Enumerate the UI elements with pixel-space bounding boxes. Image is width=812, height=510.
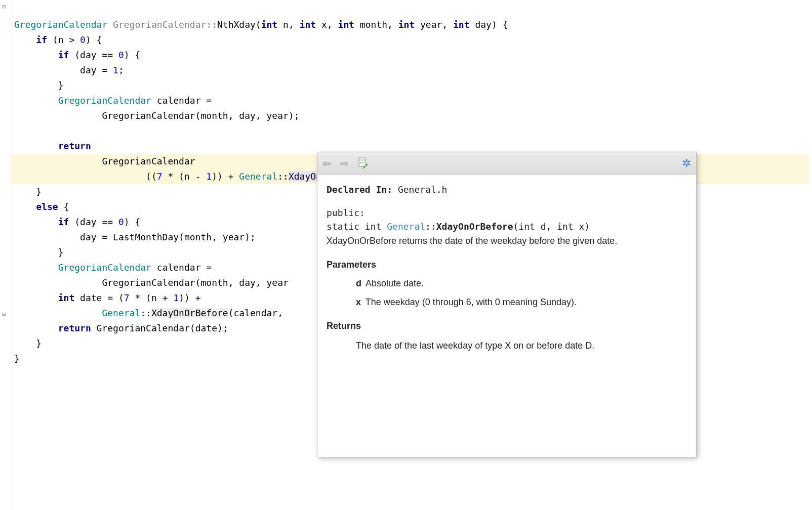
code-token: GregorianCalendar: [14, 156, 195, 166]
code-token: GregorianCalendar: [58, 95, 151, 106]
code-token: )) +: [179, 292, 200, 303]
method-name: XdayOnOrBefore: [436, 221, 513, 232]
quick-doc-toolbar: ⇦ ⇨ ✲: [317, 152, 696, 175]
code-token: int: [338, 19, 354, 30]
returns-heading: Returns: [327, 319, 687, 333]
code-token: ::: [277, 171, 289, 182]
back-icon[interactable]: ⇦: [322, 157, 331, 169]
code-token: * (n +: [130, 292, 174, 303]
declared-in-label: Declared In:: [327, 184, 392, 195]
code-token: 0: [118, 217, 124, 227]
return-type: static int: [327, 221, 387, 232]
param-desc: Absolute date.: [363, 278, 424, 288]
code-token: if: [58, 217, 69, 227]
code-token: * (n -: [163, 171, 207, 182]
code-token: }: [14, 247, 64, 258]
quick-doc-body: Declared In: General.h public: static in…: [317, 175, 696, 361]
param-desc: The weekday (0 through 6, with 0 meaning…: [363, 297, 577, 307]
param-row: d Absolute date.: [356, 277, 687, 290]
code-token: 0: [80, 34, 86, 45]
code-token: GregorianCalendar: [58, 262, 151, 273]
code-token: General: [239, 171, 277, 182]
code-token: 1: [206, 171, 212, 182]
code-token: ;: [118, 65, 124, 75]
code-token: year,: [415, 19, 453, 30]
code-token: ((: [14, 171, 157, 182]
code-token: int: [58, 292, 75, 303]
code-token: int: [300, 19, 316, 30]
code-token: return: [58, 141, 91, 151]
description: XdayOnOrBefore returns the date of the w…: [327, 234, 687, 248]
code-token: date = (: [74, 292, 124, 303]
code-token: 0: [118, 50, 124, 60]
fold-open-icon[interactable]: ⊟: [2, 3, 8, 9]
returns-desc: The date of the last weekday of type X o…: [356, 339, 687, 353]
sig-params: (int d, int x): [513, 221, 590, 232]
code-token: day =: [14, 65, 113, 75]
code-token: GregorianCalendar: [14, 19, 107, 30]
code-token: x,: [316, 19, 338, 30]
quick-doc-popup: ⇦ ⇨ ✲ Declared In: General.h public: sta…: [317, 152, 697, 457]
fold-close-icon[interactable]: ⊟: [2, 311, 8, 317]
code-token: if: [58, 50, 69, 60]
symbol-reference[interactable]: XdayOnOrBefore: [151, 308, 228, 318]
code-token: GregorianCalendar::: [113, 19, 217, 30]
code-token: calendar =: [151, 95, 212, 106]
code-token: 1: [113, 65, 118, 75]
gutter: ⊟ ⊟: [0, 0, 11, 510]
forward-icon[interactable]: ⇨: [340, 157, 349, 169]
code-token: GregorianCalendar(date);: [91, 323, 228, 333]
code-token: calendar =: [151, 262, 212, 273]
code-token: (day ==: [69, 50, 118, 60]
code-token: (calendar,: [228, 308, 289, 318]
param-row: x The weekday (0 through 6, with 0 meani…: [356, 295, 687, 309]
code-token: }: [14, 353, 20, 364]
parameters-heading: Parameters: [327, 258, 687, 272]
declared-in-file: General.h: [392, 184, 447, 195]
access-specifier: public:: [327, 206, 687, 220]
code-token: }: [14, 80, 64, 91]
code-token: (: [256, 19, 261, 30]
code-token: 1: [173, 292, 179, 303]
code-token: n,: [277, 19, 299, 30]
code-token: ) {: [124, 50, 141, 60]
code-token: ::: [140, 308, 151, 318]
code-token: General: [102, 308, 140, 318]
code-token: return: [58, 323, 91, 333]
class-name: General: [387, 221, 425, 232]
code-token: else: [36, 201, 58, 212]
code-token: NthXday: [217, 19, 256, 30]
param-name: d: [356, 278, 361, 288]
edit-source-icon[interactable]: [358, 157, 368, 169]
code-token: int: [453, 19, 470, 30]
code-token: (day ==: [69, 217, 118, 227]
code-token: ) {: [124, 217, 141, 227]
gear-icon[interactable]: ✲: [682, 157, 691, 170]
code-token: day) {: [470, 19, 508, 30]
code-token: )) +: [212, 171, 239, 182]
code-token: (n >: [47, 34, 80, 45]
code-token: day = LastMonthDay(month, year);: [14, 232, 256, 242]
signature: public: static int General::XdayOnOrBefo…: [327, 206, 687, 233]
code-token: GregorianCalendar(month, day, year: [14, 277, 289, 288]
code-token: ) {: [86, 34, 102, 45]
code-token: {: [58, 201, 69, 212]
code-token: int: [261, 19, 278, 30]
declared-in-row: Declared In: General.h: [327, 183, 687, 197]
code-token: month,: [354, 19, 398, 30]
toolbar-left-group: ⇦ ⇨: [322, 157, 368, 169]
code-token: 7: [124, 292, 130, 303]
scope-sep: ::: [425, 221, 436, 232]
code-token: GregorianCalendar(month, day, year);: [14, 110, 300, 121]
code-token: 7: [157, 171, 163, 182]
param-name: x: [356, 297, 361, 307]
code-token: if: [36, 34, 47, 45]
code-token: int: [398, 19, 415, 30]
